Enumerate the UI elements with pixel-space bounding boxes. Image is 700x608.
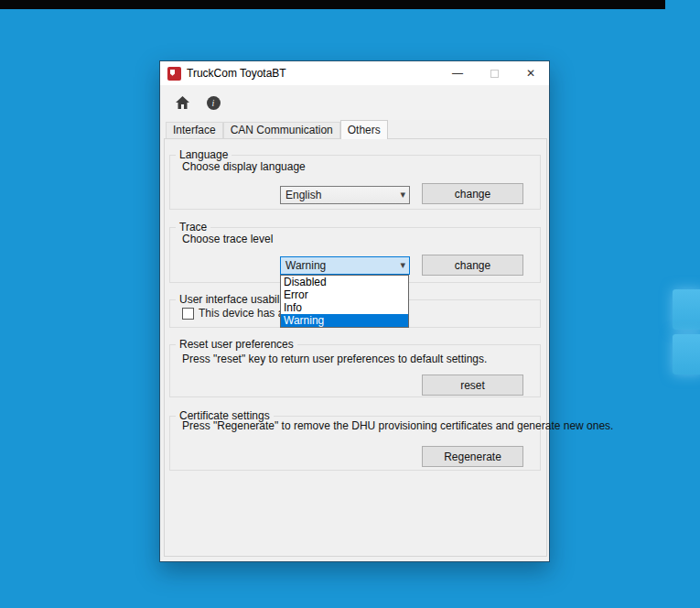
reset-group-title: Reset user preferences (176, 338, 297, 351)
trace-change-button[interactable]: change (422, 255, 523, 276)
certificate-description: Press "Regenerate" to remove the DHU pro… (182, 419, 613, 432)
reset-button[interactable]: reset (422, 375, 523, 396)
titlebar[interactable]: TruckCom ToyotaBT — ✕ (160, 61, 549, 85)
trace-dropdown[interactable]: Warning ▾ (280, 256, 410, 275)
tab-interface[interactable]: Interface (166, 122, 223, 138)
toolbar: i (160, 85, 549, 120)
window-title: TruckCom ToyotaBT (187, 67, 286, 80)
trace-description: Choose trace level (182, 233, 273, 245)
wallpaper-logo-pane (673, 289, 700, 330)
maximize-button[interactable] (476, 61, 512, 85)
tab-strip: Interface CAN Communication Others (166, 120, 388, 138)
language-dropdown[interactable]: English ▾ (280, 186, 410, 204)
trace-group-title: Trace (176, 221, 210, 233)
home-button[interactable] (171, 92, 193, 114)
regenerate-button[interactable]: Regenerate (422, 446, 523, 467)
top-black-bar (0, 0, 665, 9)
reset-description: Press "reset" key to return user prefere… (182, 353, 487, 365)
close-button[interactable]: ✕ (512, 61, 549, 85)
chevron-down-icon: ▾ (400, 189, 405, 201)
tab-others[interactable]: Others (340, 120, 388, 139)
tab-can-communication[interactable]: CAN Communication (223, 122, 340, 138)
trace-option-warning[interactable]: Warning (281, 314, 408, 327)
language-dropdown-value: English (285, 189, 321, 201)
language-description: Choose display language (182, 160, 306, 173)
home-icon (175, 95, 190, 110)
chevron-down-icon: ▾ (400, 259, 405, 271)
app-window: TruckCom ToyotaBT — ✕ i Interface CAN Co… (159, 60, 550, 562)
info-icon: i (207, 96, 221, 110)
trace-option-disabled[interactable]: Disabled (281, 276, 408, 288)
trace-dropdown-value: Warning (285, 259, 326, 272)
info-button[interactable]: i (202, 92, 224, 114)
wallpaper-logo-pane (673, 334, 700, 375)
language-group-title: Language (176, 148, 232, 161)
trace-dropdown-list: Disabled Error Info Warning (280, 275, 409, 328)
window-controls: — ✕ (439, 61, 549, 85)
app-icon (167, 67, 181, 81)
maximize-icon (490, 70, 499, 78)
trace-option-error[interactable]: Error (281, 288, 408, 301)
language-change-button[interactable]: change (422, 183, 523, 204)
touch-screen-checkbox[interactable] (182, 308, 194, 320)
trace-option-info[interactable]: Info (281, 301, 408, 314)
minimize-button[interactable]: — (439, 61, 476, 85)
desktop: TruckCom ToyotaBT — ✕ i Interface CAN Co… (0, 0, 700, 608)
usability-group-title: User interface usability (176, 293, 294, 306)
